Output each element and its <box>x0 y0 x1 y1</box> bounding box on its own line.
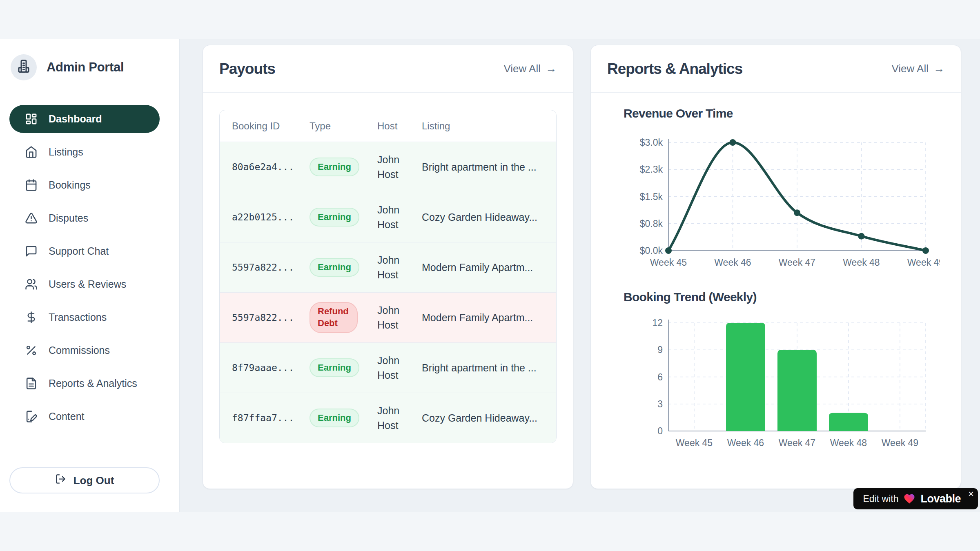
table-row[interactable]: 5597a822...Refund DebtJohn HostModern Fa… <box>220 292 556 342</box>
data-point <box>922 247 929 254</box>
sidebar-item-label: Dashboard <box>49 113 102 125</box>
home-icon <box>25 146 38 158</box>
dashboard-icon <box>25 113 38 125</box>
sidebar-item-label: Support Chat <box>49 245 109 257</box>
listing-cell: Bright apartment in the ... <box>422 160 556 174</box>
table-row[interactable]: 5597a822...EarningJohn HostModern Family… <box>220 242 556 292</box>
bar <box>829 413 868 431</box>
type-badge: Earning <box>310 158 359 177</box>
table-header-row: Booking IDTypeHostListing <box>220 110 556 142</box>
sidebar-item-disputes[interactable]: Disputes <box>9 204 160 232</box>
booking-id-cell: a22b0125... <box>232 212 310 222</box>
y-tick-label: 0 <box>657 426 663 436</box>
logout-label: Log Out <box>74 474 114 487</box>
host-cell: John Host <box>377 353 422 383</box>
y-tick-label: $1.5k <box>640 191 663 202</box>
x-tick-label: Week 45 <box>650 257 687 268</box>
bar <box>726 323 765 431</box>
view-all-label: View All <box>891 62 929 75</box>
listing-cell: Modern Family Apartm... <box>422 260 556 275</box>
y-tick-label: 6 <box>657 372 663 382</box>
type-cell: Earning <box>310 208 377 227</box>
data-point <box>794 209 800 216</box>
sidebar-item-label: Users & Reviews <box>49 278 126 290</box>
listing-cell: Cozy Garden Hideaway... <box>422 210 556 224</box>
column-header: Type <box>310 120 377 132</box>
y-tick-label: $3.0k <box>640 137 663 148</box>
x-tick-label: Week 46 <box>714 257 751 268</box>
sidebar-item-content[interactable]: Content <box>9 402 160 431</box>
table-row[interactable]: 80a6e2a4...EarningJohn HostBright apartm… <box>220 142 556 192</box>
table-row[interactable]: a22b0125...EarningJohn HostCozy Garden H… <box>220 192 556 242</box>
sidebar-item-commissions[interactable]: Commissions <box>9 336 160 364</box>
table-body: 80a6e2a4...EarningJohn HostBright apartm… <box>220 142 556 443</box>
sidebar-item-support-chat[interactable]: Support Chat <box>9 237 160 265</box>
avatar <box>11 54 37 80</box>
host-cell: John Host <box>377 253 422 282</box>
reports-header: Reports & Analytics View All → <box>591 45 961 93</box>
arrow-right-icon: → <box>546 62 557 75</box>
booking-bar-chart: 036912Week 45Week 46Week 47Week 48Week 4… <box>638 316 940 453</box>
booking-id-cell: 80a6e2a4... <box>232 162 310 172</box>
type-cell: Earning <box>310 258 377 277</box>
listing-cell: Bright apartment in the ... <box>422 360 556 375</box>
booking-chart-title: Booking Trend (Weekly) <box>624 290 757 304</box>
payouts-view-all-link[interactable]: View All → <box>503 62 557 75</box>
logout-button[interactable]: Log Out <box>9 467 160 493</box>
sidebar-item-dashboard[interactable]: Dashboard <box>9 105 160 133</box>
sidebar-item-label: Commissions <box>49 344 110 356</box>
listing-cell: Cozy Garden Hideaway... <box>422 411 556 425</box>
reports-view-all-link[interactable]: View All → <box>891 62 944 75</box>
lovable-badge[interactable]: Edit with Lovable × <box>853 488 978 509</box>
type-cell: Earning <box>310 358 377 378</box>
y-tick-label: 9 <box>657 344 663 355</box>
sidebar-item-label: Content <box>49 411 85 422</box>
chat-bubble-icon <box>25 245 38 258</box>
type-badge: Earning <box>310 358 359 378</box>
file-text-icon <box>25 377 38 390</box>
y-tick-label: $2.3k <box>640 164 663 175</box>
sidebar-item-listings[interactable]: Listings <box>9 138 160 166</box>
revenue-line-chart: $0.0k$0.8k$1.5k$2.3k$3.0kWeek 45Week 46W… <box>638 136 940 273</box>
booking-id-cell: f87ffaa7... <box>232 413 310 423</box>
sidebar-item-transactions[interactable]: Transactions <box>9 303 160 331</box>
sidebar-item-label: Bookings <box>49 179 91 191</box>
x-tick-label: Week 49 <box>907 257 940 268</box>
bar <box>777 350 817 431</box>
sidebar-nav: DashboardListingsBookingsDisputesSupport… <box>9 105 160 431</box>
table-row[interactable]: f87ffaa7...EarningJohn HostCozy Garden H… <box>220 393 556 443</box>
file-pen-icon <box>25 410 38 423</box>
reports-title: Reports & Analytics <box>607 60 742 78</box>
table-row[interactable]: 8f79aaae...EarningJohn HostBright apartm… <box>220 342 556 393</box>
data-point <box>665 247 672 254</box>
x-tick-label: Week 47 <box>779 257 815 268</box>
sidebar: Admin Portal DashboardListingsBookingsDi… <box>0 39 180 512</box>
sidebar-item-label: Listings <box>49 146 83 158</box>
host-cell: John Host <box>377 202 422 232</box>
x-tick-label: Week 48 <box>830 438 867 448</box>
host-cell: John Host <box>377 403 422 433</box>
payouts-card: Payouts View All → Booking IDTypeHostLis… <box>203 45 573 489</box>
payouts-header: Payouts View All → <box>203 45 573 93</box>
y-tick-label: 3 <box>657 399 663 409</box>
column-header: Listing <box>422 120 556 132</box>
sidebar-item-label: Reports & Analytics <box>49 378 137 389</box>
data-point <box>858 233 865 240</box>
building-icon <box>16 59 31 76</box>
dollar-icon <box>25 311 38 324</box>
payouts-title: Payouts <box>219 60 275 78</box>
close-icon[interactable]: × <box>968 489 974 499</box>
logout-icon <box>55 473 66 487</box>
edit-with-label: Edit with <box>863 493 899 504</box>
lovable-brand-label: Lovable <box>920 493 961 505</box>
data-point <box>730 139 736 146</box>
booking-id-cell: 5597a822... <box>232 262 310 273</box>
sidebar-item-users-reviews[interactable]: Users & Reviews <box>9 270 160 298</box>
sidebar-item-reports-analytics[interactable]: Reports & Analytics <box>9 369 160 398</box>
type-cell: Refund Debt <box>310 302 377 333</box>
host-cell: John Host <box>377 152 422 182</box>
reports-card: Reports & Analytics View All → Revenue O… <box>590 45 961 489</box>
sidebar-item-bookings[interactable]: Bookings <box>9 171 160 199</box>
x-tick-label: Week 49 <box>882 438 918 448</box>
sidebar-item-label: Disputes <box>49 212 88 224</box>
